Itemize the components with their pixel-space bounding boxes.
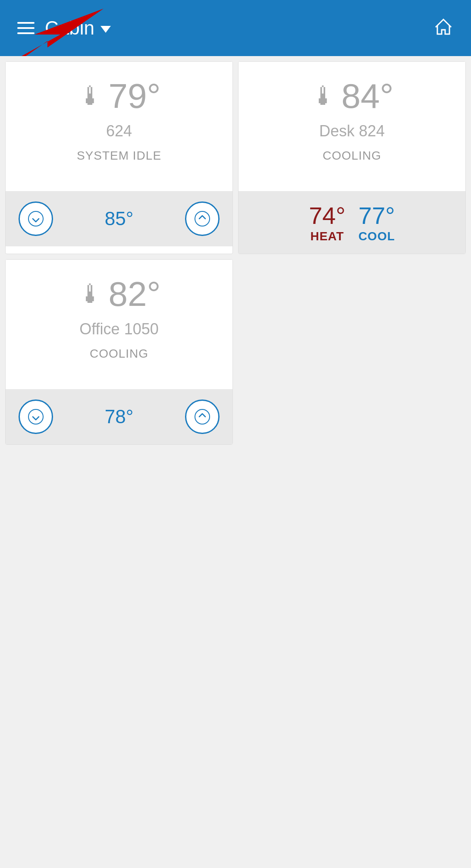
- cool-setpoint-desk-824[interactable]: 77° COOL: [358, 201, 395, 243]
- thermostat-card-624: 🌡 79° 624 SYSTEM IDLE 85°: [5, 61, 233, 254]
- decrease-temp-button-624[interactable]: [19, 201, 53, 236]
- hamburger-menu-button[interactable]: [17, 22, 35, 34]
- location-selector[interactable]: Cabin: [45, 17, 111, 39]
- increase-temp-button-office-1050[interactable]: [185, 399, 220, 434]
- location-title: Cabin: [45, 17, 94, 39]
- thermometer-icon-624: 🌡: [78, 83, 104, 109]
- heat-temp-value: 74°: [309, 201, 345, 230]
- svg-point-5: [28, 409, 43, 424]
- setpoint-temp-624: 85°: [105, 208, 134, 230]
- thermostat-card-desk-824: 🌡 84° Desk 824 COOLING 74° HEAT 77° COOL: [238, 61, 466, 254]
- device-status-office-1050: COOLING: [90, 347, 148, 361]
- thermometer-icon-desk-824: 🌡: [311, 83, 336, 109]
- heat-setpoint-desk-824[interactable]: 74° HEAT: [309, 201, 345, 243]
- heat-label: HEAT: [310, 230, 344, 243]
- device-name-desk-824: Desk 824: [319, 122, 385, 140]
- current-temp-624: 79°: [109, 79, 161, 113]
- device-name-office-1050: Office 1050: [79, 320, 158, 338]
- increase-temp-button-624[interactable]: [185, 201, 220, 236]
- setpoint-temp-office-1050: 78°: [105, 406, 134, 428]
- current-temp-desk-824: 84°: [342, 79, 394, 113]
- app-header: Cabin: [0, 0, 471, 56]
- device-name-624: 624: [106, 122, 132, 140]
- svg-point-4: [195, 211, 210, 226]
- decrease-temp-button-office-1050[interactable]: [19, 399, 53, 434]
- cool-label: COOL: [358, 230, 395, 243]
- thermometer-icon-office-1050: 🌡: [78, 281, 104, 307]
- svg-point-6: [195, 409, 210, 424]
- thermostat-card-office-1050: 🌡 82° Office 1050 COOLING 78°: [5, 259, 233, 445]
- cool-temp-value: 77°: [358, 201, 395, 230]
- chevron-down-icon: [100, 26, 111, 33]
- current-temp-office-1050: 82°: [109, 277, 161, 311]
- device-status-624: SYSTEM IDLE: [77, 149, 161, 163]
- svg-point-3: [28, 211, 43, 226]
- device-status-desk-824: COOLING: [323, 149, 381, 163]
- home-button[interactable]: [433, 17, 454, 39]
